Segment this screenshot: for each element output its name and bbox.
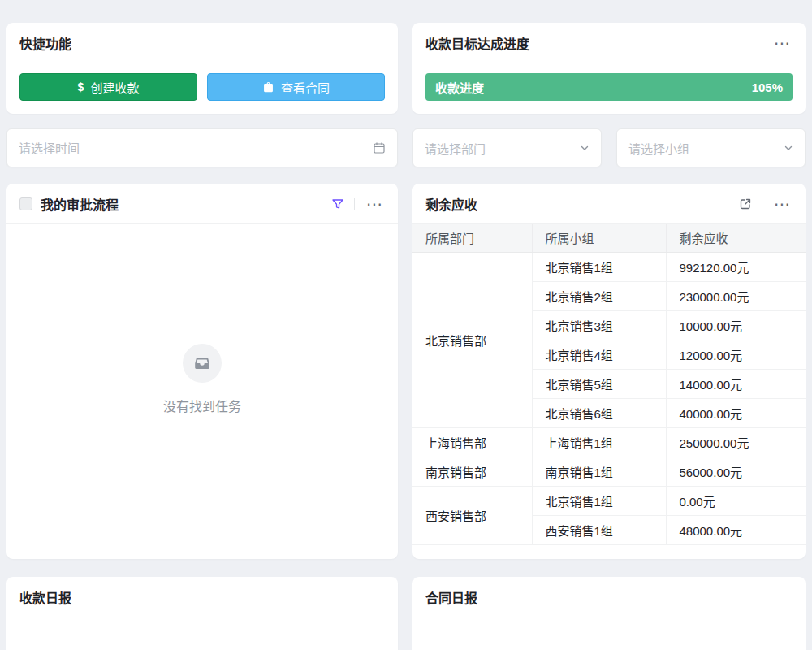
amount-cell: 14000.00元: [666, 369, 806, 398]
main-row: 我的审批流程 ⋯ 没有找到任务: [6, 184, 806, 559]
quick-actions-header: 快捷功能: [6, 23, 398, 63]
filter-row: 请选择部门 请选择小组: [6, 128, 806, 167]
receivables-card: 剩余应收 ⋯ 所属部门 所属小组 剩余应收: [412, 184, 806, 559]
more-icon[interactable]: ⋯: [365, 194, 385, 214]
group-cell: 北京销售3组: [532, 310, 666, 340]
bottom-row: 收款日报 合同日报: [6, 577, 806, 650]
amount-cell: 992120.00元: [666, 252, 806, 281]
inbox-icon: [193, 354, 211, 372]
department-cell: 北京销售部: [412, 252, 532, 427]
view-contract-label: 查看合同: [281, 79, 330, 96]
payment-daily-card: 收款日报: [6, 577, 398, 650]
department-cell: 上海销售部: [412, 427, 532, 457]
group-select-value: 请选择小组: [628, 140, 689, 157]
receivables-table: 所属部门 所属小组 剩余应收 北京销售部 北京销售1组 992120.00元 北…: [412, 224, 806, 545]
chevron-down-icon: [784, 143, 793, 153]
payment-daily-header: 收款日报: [6, 577, 398, 618]
filter-icon[interactable]: [331, 197, 344, 210]
progress-card-title: 收款目标达成进度: [425, 33, 529, 53]
payment-daily-title: 收款日报: [19, 587, 71, 607]
dollar-icon: $: [78, 80, 84, 93]
group-cell: 上海销售1组: [532, 427, 666, 457]
progress-bar-value: 105%: [752, 80, 783, 94]
group-cell: 南京销售1组: [532, 457, 666, 486]
contract-daily-header: 合同日报: [412, 577, 806, 618]
progress-card: 收款目标达成进度 ⋯ 收款进度 105%: [412, 23, 806, 114]
quick-actions-card: 快捷功能 $ 创建收款 查看合同: [6, 23, 398, 114]
approval-card-title: 我的审批流程: [41, 194, 119, 214]
table-row: 南京销售部 南京销售1组 56000.00元: [412, 457, 806, 486]
view-contract-button[interactable]: 查看合同: [207, 73, 385, 101]
time-picker[interactable]: [6, 128, 398, 167]
approval-card-header: 我的审批流程 ⋯: [6, 184, 398, 224]
department-select[interactable]: 请选择部门: [412, 128, 602, 167]
amount-cell: 250000.00元: [666, 427, 806, 457]
group-cell: 西安销售1组: [532, 515, 666, 544]
group-cell: 北京销售6组: [532, 398, 666, 427]
payment-progress-bar: 收款进度 105%: [425, 73, 793, 101]
receivables-card-header: 剩余应收 ⋯: [412, 184, 806, 224]
quick-actions-body: $ 创建收款 查看合同: [6, 63, 398, 114]
table-row: 西安销售部 北京销售1组 0.00元: [412, 486, 806, 515]
receivables-card-title: 剩余应收: [425, 194, 477, 214]
quick-actions-title: 快捷功能: [19, 33, 71, 53]
more-icon[interactable]: ⋯: [772, 33, 793, 53]
group-cell: 北京销售5组: [532, 369, 666, 398]
amount-cell: 0.00元: [666, 486, 806, 515]
more-icon[interactable]: ⋯: [772, 194, 793, 214]
amount-cell: 40000.00元: [666, 398, 806, 427]
group-cell: 北京销售2组: [532, 281, 666, 310]
empty-state-text: 没有找到任务: [163, 396, 241, 415]
header-divider: [762, 198, 762, 210]
chevron-down-icon: [580, 143, 590, 153]
select-all-checkbox[interactable]: [19, 197, 32, 210]
group-cell: 北京销售4组: [532, 340, 666, 369]
approval-card: 我的审批流程 ⋯ 没有找到任务: [6, 184, 398, 559]
amount-cell: 48000.00元: [666, 515, 806, 544]
column-header-department: 所属部门: [412, 224, 532, 252]
progress-bar-label: 收款进度: [435, 79, 484, 96]
group-cell: 北京销售1组: [532, 486, 666, 515]
calendar-icon: [373, 141, 386, 154]
contract-daily-card: 合同日报: [412, 577, 806, 650]
amount-cell: 56000.00元: [666, 457, 806, 486]
empty-inbox-circle: [183, 344, 222, 383]
amount-cell: 10000.00元: [666, 310, 806, 340]
department-select-value: 请选择部门: [425, 140, 486, 157]
department-cell: 西安销售部: [412, 486, 532, 544]
create-payment-label: 创建收款: [90, 79, 139, 96]
external-link-icon[interactable]: [739, 197, 752, 210]
table-header-row: 所属部门 所属小组 剩余应收: [412, 224, 806, 252]
group-cell: 北京销售1组: [532, 252, 666, 281]
contract-daily-title: 合同日报: [425, 587, 477, 607]
column-header-amount: 剩余应收: [666, 224, 806, 252]
column-header-group: 所属小组: [532, 224, 666, 252]
time-input[interactable]: [19, 141, 373, 155]
amount-cell: 12000.00元: [666, 340, 806, 369]
header-divider: [354, 198, 355, 210]
dashboard: 快捷功能 $ 创建收款 查看合同 收款目标达成进度: [6, 23, 806, 650]
top-row: 快捷功能 $ 创建收款 查看合同 收款目标达成进度: [6, 23, 806, 114]
progress-card-header: 收款目标达成进度 ⋯: [412, 23, 806, 63]
briefcase-icon: [262, 81, 274, 93]
group-select[interactable]: 请选择小组: [616, 128, 806, 167]
table-row: 北京销售部 北京销售1组 992120.00元: [412, 252, 806, 281]
table-row: 上海销售部 上海销售1组 250000.00元: [412, 427, 806, 457]
progress-card-body: 收款进度 105%: [412, 63, 806, 114]
amount-cell: 230000.00元: [666, 281, 806, 310]
approval-empty-state: 没有找到任务: [6, 224, 398, 559]
department-cell: 南京销售部: [412, 457, 532, 486]
create-payment-button[interactable]: $ 创建收款: [19, 73, 197, 101]
